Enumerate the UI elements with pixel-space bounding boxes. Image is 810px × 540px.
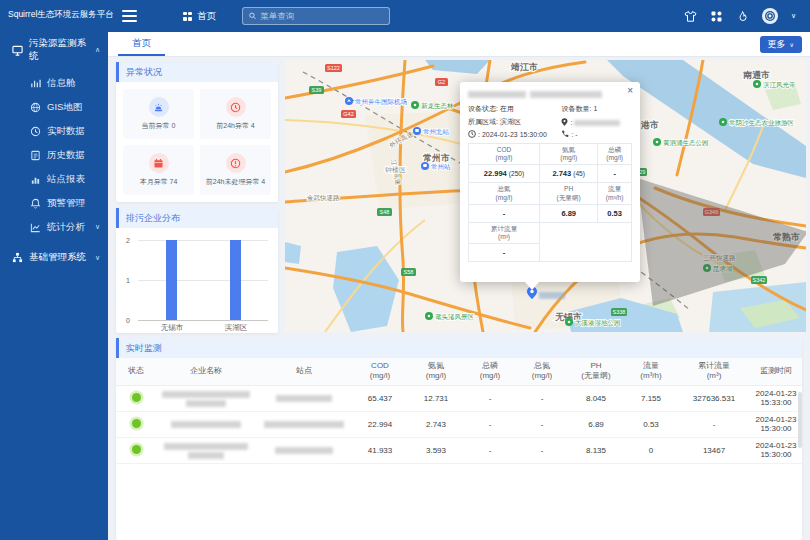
chevron-down-icon[interactable]: ∨	[95, 223, 100, 231]
hamburger-menu-icon[interactable]	[122, 10, 137, 22]
popup-tail	[525, 282, 539, 290]
sidebar-item-history-data[interactable]: 历史数据	[0, 143, 108, 167]
more-button-label: 更多	[768, 38, 786, 51]
redacted-popup-title	[468, 91, 632, 98]
chevron-down-icon[interactable]: ∨	[95, 254, 100, 262]
status-dot-online	[132, 393, 141, 402]
chevron-down-icon[interactable]: ∨	[791, 12, 796, 20]
avatar[interactable]	[762, 8, 778, 24]
realtime-monitor-panel: 实时监测 状态 企业名称 站点 COD(mg/l) 氨氮(mg/l) 总磷(mg…	[116, 338, 802, 540]
svg-text:常阴沙生态农业旅游区: 常阴沙生态农业旅游区	[729, 119, 795, 127]
menu-search[interactable]	[242, 7, 390, 25]
theme-shirt-icon[interactable]	[684, 10, 697, 23]
card-label: 前24h未处理异常 4	[206, 177, 266, 187]
abnormal-card-month: 本月异常 74	[123, 145, 194, 195]
panel-title: 排污企业分布	[116, 208, 278, 228]
table-row: 65.437 12.731 - - 8.045 7.155 327636.531…	[116, 385, 802, 411]
city-label-jingjiang: 靖江市	[510, 62, 538, 72]
bar-chart: 2 1 0	[138, 240, 268, 320]
sidebar-item-label: 预警管理	[47, 197, 85, 210]
redacted-marker-label	[539, 292, 565, 299]
x-tick: 滨湖区	[225, 323, 248, 333]
abnormal-card-unhandled: 前24h未处理异常 4	[200, 145, 271, 195]
svg-text:S48: S48	[380, 209, 390, 215]
device-address: :	[561, 118, 632, 126]
device-region: 所属区域: 滨湖区	[468, 117, 561, 127]
breadcrumb[interactable]: 首页	[183, 10, 216, 23]
road-label: 金武快速路	[307, 194, 340, 202]
scrollbar[interactable]	[798, 392, 802, 448]
device-info-popup: × 设备状态: 在用 设备数量: 1 所属区域: 滨湖区 : : 2024-01…	[460, 82, 640, 282]
sidebar-item-label: GIS地图	[47, 101, 82, 114]
siren-icon	[149, 97, 169, 117]
close-icon[interactable]: ×	[627, 86, 633, 96]
search-input[interactable]	[260, 11, 383, 21]
sidebar-item-statistics[interactable]: 统计分析 ∨	[0, 215, 108, 239]
x-tick: 无锡市	[161, 323, 184, 333]
sidebar-item-label: 实时数据	[47, 125, 85, 138]
pin-icon	[561, 118, 568, 126]
card-label: 前24h异常 4	[216, 121, 255, 131]
sitemap-icon	[12, 252, 23, 263]
sidebar-item-alert-manage[interactable]: 预警管理	[0, 191, 108, 215]
chevron-down-icon: ∨	[790, 41, 794, 48]
card-label: 当前异常 0	[142, 121, 176, 131]
chevron-up-icon[interactable]: ∧	[95, 46, 100, 54]
report-icon	[30, 174, 41, 185]
more-button[interactable]: 更多 ∨	[760, 36, 802, 53]
device-time: : 2024-01-23 15:30:00	[468, 130, 561, 138]
main-content: 异常状况 当前异常 0 前24h异常 4 本月异常 74 前24h未处理异常 4	[108, 57, 810, 540]
abnormal-status-panel: 异常状况 当前异常 0 前24h异常 4 本月异常 74 前24h未处理异常 4	[116, 62, 278, 202]
redacted-company-name	[156, 385, 256, 411]
bar-wuxi	[166, 240, 177, 320]
sidebar-item-label: 统计分析	[47, 221, 85, 234]
sidebar-item-info-cabin[interactable]: 信息舱	[0, 71, 108, 95]
svg-text:S338: S338	[613, 309, 626, 315]
tab-home[interactable]: 首页	[118, 32, 165, 56]
enterprise-distribution-panel: 排污企业分布 2 1 0 无锡市 滨湖区	[116, 208, 278, 333]
redacted-company-name	[156, 437, 256, 463]
sidebar-item-realtime-data[interactable]: 实时数据	[0, 119, 108, 143]
y-tick: 2	[126, 237, 130, 244]
tab-strip: 首页 更多 ∨	[108, 32, 810, 57]
sidebar-item-label: 信息舱	[47, 77, 76, 90]
exclamation-circle-icon	[226, 153, 246, 173]
flame-icon[interactable]	[736, 10, 749, 23]
sidebar: Squirrel生态环境云服务平台 污染源监测系统 ∧ 信息舱 GIS地图 实时…	[0, 0, 108, 540]
sidebar-item-station-report[interactable]: 站点报表	[0, 167, 108, 191]
svg-text:S122: S122	[327, 65, 340, 71]
sidebar-group-pollution-monitor[interactable]: 污染源监测系统 ∧	[0, 29, 108, 71]
sidebar-group-base-manage[interactable]: 基础管理系统 ∨	[0, 243, 108, 272]
gis-map[interactable]: S122 S39 G42 G2 S48 S58 G4221 S19 S229 G…	[285, 60, 806, 332]
panel-title: 异常状况	[116, 62, 278, 82]
abnormal-card-24h: 前24h异常 4	[200, 89, 271, 139]
svg-text:滨江风光带: 滨江风光带	[763, 81, 796, 89]
redacted-company-name	[156, 411, 256, 437]
calendar-alert-icon	[149, 153, 169, 173]
table-header-row: 状态 企业名称 站点 COD(mg/l) 氨氮(mg/l) 总磷(mg/l) 总…	[116, 358, 802, 385]
city-label-zhangjiagang: 港市	[640, 120, 659, 130]
city-label-nantong: 南通市	[743, 70, 770, 80]
trend-chart-icon	[30, 222, 41, 233]
document-icon	[30, 150, 41, 161]
popup-metrics-table: COD(mg/l) 氨氮(mg/l) 总磷(mg/l) 22.994 (250)…	[468, 143, 632, 262]
device-status: 设备状态: 在用	[468, 104, 561, 114]
svg-text:G2: G2	[438, 79, 445, 85]
sidebar-item-gis-map[interactable]: GIS地图	[0, 95, 108, 119]
status-dot-online	[132, 445, 141, 454]
app-logo: Squirrel生态环境云服务平台	[0, 0, 108, 29]
layout-widgets-icon[interactable]	[710, 10, 723, 23]
bar-binhu	[230, 240, 241, 320]
y-tick: 0	[126, 317, 130, 324]
svg-text:新龙生态林: 新龙生态林	[421, 102, 454, 109]
svg-text:黄泗浦生态公园: 黄泗浦生态公园	[663, 139, 709, 147]
svg-text:S39: S39	[312, 87, 322, 93]
status-dot-online	[132, 419, 141, 428]
sidebar-item-label: 历史数据	[47, 149, 85, 162]
svg-text:S58: S58	[404, 269, 414, 275]
monitor-system-icon	[12, 45, 23, 56]
bell-icon	[30, 198, 41, 209]
search-icon	[249, 12, 256, 20]
city-label-changzhou: 常州市	[423, 153, 450, 163]
svg-text:大溪港湿地公园: 大溪港湿地公园	[575, 319, 621, 327]
